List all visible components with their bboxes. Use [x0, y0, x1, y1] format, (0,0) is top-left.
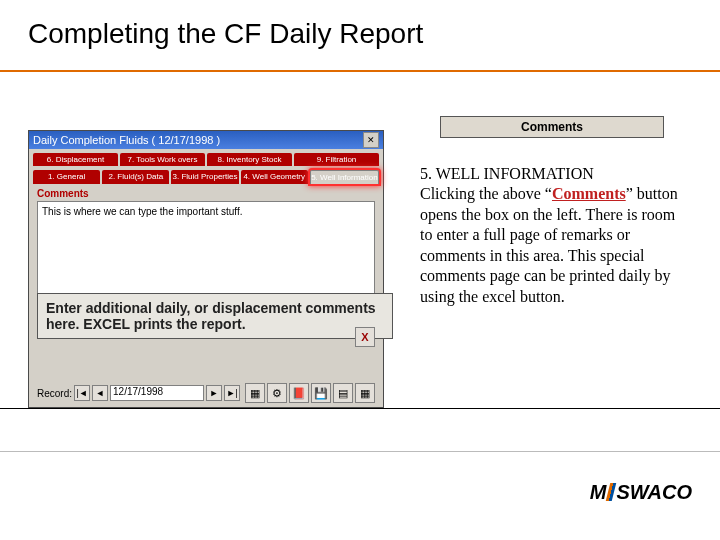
close-icon: ✕	[363, 132, 379, 148]
tab-well-geom: 4. Well Geometry	[241, 170, 308, 184]
logo-left: M	[590, 481, 607, 503]
tab-displacement: 6. Displacement	[33, 153, 118, 166]
tabs-row-1: 6. Displacement 7. Tools Work overs 8. I…	[29, 149, 383, 166]
bottom-toolbar: ▦ ⚙ 📕 💾 ▤ ▦	[245, 383, 375, 403]
tab-fluid-props: 3. Fluid Properties	[171, 170, 238, 184]
record-nav: Record: |◄ ◄ 12/17/1998 ► ►|	[37, 385, 240, 401]
tab-inventory: 8. Inventory Stock	[207, 153, 292, 166]
tab-well-info: 5. Well Information	[310, 170, 379, 184]
logo-right: SWACO	[616, 481, 692, 503]
body-line-2c: ” button opens the box on the left. Ther…	[420, 185, 678, 304]
sheet-icon: ▤	[333, 383, 353, 403]
grid-icon: ▦	[245, 383, 265, 403]
nav-prev-icon: ◄	[92, 385, 108, 401]
gear-icon: ⚙	[267, 383, 287, 403]
nav-first-icon: |◄	[74, 385, 90, 401]
table-icon: ▦	[355, 383, 375, 403]
slide-title: Completing the CF Daily Report	[28, 18, 423, 50]
body-text: 5. WELL INFORMATION Clicking the above “…	[420, 164, 690, 307]
comments-textarea: This is where we can type the important …	[37, 201, 375, 307]
nav-last-icon: ►|	[224, 385, 240, 401]
nav-next-icon: ►	[206, 385, 222, 401]
body-line-1: 5. WELL INFORMATION	[420, 165, 594, 182]
body-comments-red: Comments	[552, 185, 626, 202]
excel-button-group: X	[355, 327, 375, 347]
body-line-2a: Clicking the above “	[420, 185, 552, 202]
comments-button-screenshot: Comments	[440, 116, 664, 138]
tab-general: 1. General	[33, 170, 100, 184]
titlebar: Daily Completion Fluids ( 12/17/1998 ) ✕	[29, 131, 383, 149]
window-title: Daily Completion Fluids ( 12/17/1998 )	[33, 134, 361, 146]
book-icon: 📕	[289, 383, 309, 403]
tab-tools: 7. Tools Work overs	[120, 153, 205, 166]
title-underline	[0, 70, 720, 72]
tab-filtration: 9. Filtration	[294, 153, 379, 166]
section-label-comments: Comments	[37, 188, 375, 199]
excel-icon: X	[355, 327, 375, 347]
footer-rule	[0, 451, 720, 452]
save-icon: 💾	[311, 383, 331, 403]
tabs-row-2: 1. General 2. Fluid(s) Data 3. Fluid Pro…	[29, 166, 383, 184]
tab-fluids-data: 2. Fluid(s) Data	[102, 170, 169, 184]
logo-miswaco: MSWACO	[590, 481, 692, 504]
record-date: 12/17/1998	[110, 385, 204, 401]
callout-box: Enter additional daily, or displacement …	[37, 293, 393, 339]
under-screenshot-rule	[0, 408, 720, 409]
app-window-screenshot: Daily Completion Fluids ( 12/17/1998 ) ✕…	[28, 130, 384, 408]
